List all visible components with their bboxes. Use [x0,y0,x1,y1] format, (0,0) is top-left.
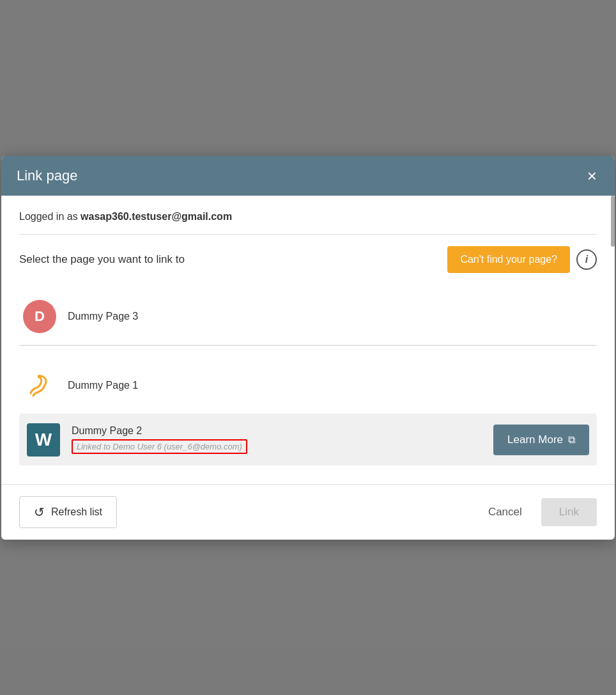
page-avatar-dummy2: W [27,423,60,457]
page-info-dummy1: Dummy Page 1 [68,380,593,391]
page-avatar-dummy1 [23,369,56,402]
refresh-icon: ↺ [34,504,45,520]
modal-overlay: Link page × Logged in as wasap360.testus… [0,0,616,695]
modal-header: Link page × [1,156,615,196]
external-link-icon: ⧉ [568,434,575,446]
cancel-button[interactable]: Cancel [477,499,534,525]
list-item[interactable]: D Dummy Page 3 [19,288,597,345]
list-item[interactable]: W Dummy Page 2 Linked to Demo User 6 (us… [19,414,597,465]
modal-footer: ↺ Refresh list Cancel Link [1,484,615,540]
cant-find-button[interactable]: Can't find your page? [447,246,570,273]
select-row: Select the page you want to link to Can'… [19,246,597,273]
page-name-dummy2: Dummy Page 2 [72,425,482,437]
list-item[interactable]: Dummy Page 1 [19,357,597,414]
pages-list: D Dummy Page 3 [19,288,597,469]
page-name-dummy3: Dummy Page 3 [68,311,593,322]
select-actions: Can't find your page? i [447,246,597,273]
select-label: Select the page you want to link to [19,253,185,266]
page-info-dummy3: Dummy Page 3 [68,311,593,322]
divider-2 [19,345,597,346]
footer-right-actions: Cancel Link [477,498,597,526]
info-icon[interactable]: i [576,249,597,270]
link-button[interactable]: Link [541,498,597,526]
logged-in-email: wasap360.testuser@gmail.com [81,211,232,222]
logged-in-prefix: Logged in as [19,211,81,222]
refresh-button[interactable]: ↺ Refresh list [19,496,117,528]
divider-1 [19,234,597,235]
modal-title: Link page [17,168,77,184]
modal-dialog: Link page × Logged in as wasap360.testus… [1,156,615,540]
page-name-dummy1: Dummy Page 1 [68,380,593,391]
page-linked-text-dummy2: Linked to Demo User 6 (user_6@demo.com) [72,439,247,454]
learn-more-button[interactable]: Learn More ⧉ [493,425,589,455]
svg-point-0 [38,375,42,379]
logged-in-row: Logged in as wasap360.testuser@gmail.com [19,211,597,223]
page-info-dummy2: Dummy Page 2 Linked to Demo User 6 (user… [72,425,482,454]
close-button[interactable]: × [585,168,599,184]
modal-body: Logged in as wasap360.testuser@gmail.com… [1,196,615,484]
page-avatar-dummy3: D [23,300,56,333]
